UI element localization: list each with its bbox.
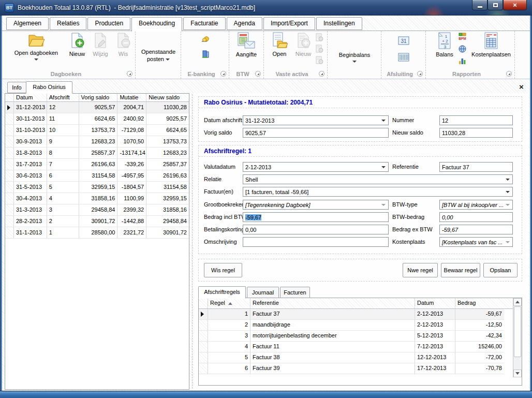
- statement-row[interactable]: 30-4-2013 4 31858,16 1100,99 32959,15: [5, 193, 189, 204]
- dialog-launcher-dagboeken[interactable]: [127, 71, 132, 77]
- statement-grid-header: Datum Afschrift Vorig saldo Mutatie Nieu…: [5, 94, 189, 102]
- statement-row[interactable]: 28-2-2013 2 30901,72 -1442,88 29458,84: [5, 216, 189, 227]
- statement-row[interactable]: 30-9-2013 9 12683,23 1070,50 13753,73: [5, 136, 189, 148]
- referentie-input[interactable]: Factuur 37: [439, 162, 513, 172]
- dialog-launcher-ebanking[interactable]: [220, 71, 226, 77]
- minimize-button[interactable]: [472, 0, 487, 10]
- dialog-launcher-afsluiting[interactable]: [417, 71, 423, 77]
- doc-tab-rabo-osirius[interactable]: Rabo Osirius: [26, 81, 72, 94]
- scroll-down-icon[interactable]: [513, 370, 522, 377]
- col-header-regel[interactable]: Regel: [208, 298, 250, 309]
- betalingskorting-label: Betalingskorting: [204, 226, 244, 233]
- statement-row[interactable]: 31-3-2013 3 29458,84 2399,32 31858,16: [5, 204, 189, 216]
- aangifte-button[interactable]: Aangifte: [231, 32, 261, 57]
- nieuw-dagboek-button[interactable]: Nieuw: [66, 32, 88, 57]
- betalen-coins-icon[interactable]: [201, 35, 210, 45]
- omschrijving-input[interactable]: [243, 237, 389, 247]
- icp-globe-icon[interactable]: [458, 45, 467, 54]
- detail-tab-afschriftregels[interactable]: Afschriftregels: [198, 286, 246, 299]
- bpm-report-icon[interactable]: BPM: [458, 33, 467, 42]
- line-row[interactable]: 2 maandbijdrage 2-12-2013 -12,50: [199, 320, 522, 331]
- scrollbar-thumb[interactable]: [514, 306, 521, 357]
- beginbalans-button[interactable]: Beginbalans: [329, 51, 380, 64]
- statement-editor-panel: Rabo Osirius - Mutatietotaal: 2004,71 Da…: [194, 93, 528, 390]
- facturen-combo[interactable]: [1 facturen, totaal -59,66]: [243, 187, 513, 197]
- statement-row[interactable]: 31-8-2013 8 25857,37 -13174,14 12683,23: [5, 148, 189, 159]
- nieuw-saldo-input[interactable]: 11030,28: [439, 128, 513, 138]
- kostenplaatsen-button[interactable]: Kostenplaatsen: [468, 32, 514, 57]
- line-row[interactable]: 3 motorrijtuigenbelasting december 5-12-…: [199, 331, 522, 342]
- col-header-datum[interactable]: Datum: [415, 298, 455, 309]
- relatie-combo[interactable]: Shell: [243, 174, 513, 184]
- col-header-nieuw-saldo[interactable]: Nieuw saldo: [146, 94, 189, 102]
- statement-row[interactable]: 30-11-2013 11 6624,65 2400,92 9025,57: [5, 113, 189, 125]
- line-row[interactable]: 6 Factuur 39 17-12-2013 -70,78: [199, 363, 522, 374]
- datum-afschrift-combo[interactable]: 31-12-2013: [243, 115, 389, 125]
- activa-dispose-icon: [315, 56, 324, 65]
- dialog-launcher-vaste-activa[interactable]: [319, 71, 324, 77]
- statement-row[interactable]: 31-1-2013 1 28580,00 2321,72 30901,72: [5, 227, 189, 239]
- detail-tab-journaal[interactable]: Journaal: [247, 287, 279, 298]
- statement-row[interactable]: 30-6-2013 6 31154,58 -4957,95 26196,63: [5, 170, 189, 182]
- bank-book-icon[interactable]: [201, 50, 210, 59]
- nwe-regel-button[interactable]: Nwe regel: [403, 263, 438, 277]
- openstaande-posten-button[interactable]: Openstaande posten: [137, 48, 180, 62]
- statement-row[interactable]: 31-10-2013 10 13753,73 -7129,08 6624,65: [5, 125, 189, 136]
- combo-arrow-icon: [506, 204, 510, 206]
- line-row[interactable]: 4 Factuur 11 7-12-2013 15246,00: [199, 342, 522, 352]
- tab-algemeen[interactable]: Algemeen: [6, 17, 49, 30]
- close-document-icon[interactable]: ×: [519, 83, 524, 91]
- tab-import-export[interactable]: Import/Export: [263, 17, 315, 30]
- doc-tab-info[interactable]: Info: [7, 82, 26, 93]
- col-header-afschrift[interactable]: Afschrift: [47, 94, 79, 102]
- vorig-saldo-input[interactable]: 9025,57: [243, 128, 389, 138]
- open-vaste-activa-button[interactable]: Open: [268, 32, 291, 57]
- col-header-vorig-saldo[interactable]: Vorig saldo: [79, 94, 118, 102]
- valutadatum-combo[interactable]: 2-12-2013: [243, 162, 389, 172]
- wis-regel-button[interactable]: Wis regel: [204, 263, 242, 277]
- splitter[interactable]: [192, 94, 193, 389]
- col-header-mutatie[interactable]: Mutatie: [117, 94, 146, 102]
- col-header-bedrag[interactable]: Bedrag: [455, 298, 513, 309]
- maximize-button[interactable]: [487, 0, 503, 10]
- dialog-launcher-btw[interactable]: [255, 71, 261, 77]
- nummer-input[interactable]: 12: [439, 115, 513, 125]
- scroll-up-icon[interactable]: [513, 298, 522, 306]
- dialog-launcher-rapporten[interactable]: [506, 71, 512, 77]
- maximize-icon: [493, 3, 498, 7]
- nieuw-saldo-label: Nieuw saldo: [392, 129, 423, 137]
- close-window-button[interactable]: ×: [503, 0, 527, 10]
- new-page-gray-icon: [295, 43, 312, 50]
- combo-arrow-icon: [381, 204, 386, 206]
- group-label-rapporten: Rapporten: [426, 71, 507, 77]
- col-header-referentie[interactable]: Referentie: [250, 298, 415, 309]
- dropdown-arrow-icon: [166, 58, 170, 61]
- line-row[interactable]: 5 Factuur 38 12-12-2013 -72,00: [199, 352, 522, 363]
- col-header-datum[interactable]: Datum: [14, 94, 47, 102]
- open-dagboeken-button[interactable]: Open dagboeken: [7, 32, 65, 62]
- balans-button[interactable]: 1+ 23 Balans: [432, 32, 457, 57]
- tab-instellingen[interactable]: Instellingen: [316, 17, 362, 30]
- statement-row[interactable]: 31-5-2013 5 32959,15 -1804,57 31154,58: [5, 182, 189, 193]
- btw-bedrag-input[interactable]: 0,00: [439, 212, 513, 222]
- line-row[interactable]: 1 Factuur 37 2-12-2013 -59,67: [199, 309, 522, 320]
- bewaar-regel-button[interactable]: Bewaar regel: [441, 263, 480, 277]
- vertical-scrollbar[interactable]: [513, 298, 522, 377]
- bedrag-incl-btw-input[interactable]: -59,67: [243, 212, 389, 222]
- tab-boekhouding[interactable]: Boekhouding: [131, 17, 182, 32]
- jaarafsluiting-calendar-icon[interactable]: 31: [398, 36, 409, 46]
- detail-tab-facturen[interactable]: Facturen: [280, 287, 310, 298]
- tab-agenda[interactable]: Agenda: [227, 17, 262, 30]
- vorig-saldo-label: Vorig saldo: [204, 129, 232, 137]
- tab-facturatie[interactable]: Facturatie: [183, 17, 225, 30]
- ribbon: Open dagboeken Nieuw Wijzig Wis Dagboeke…: [2, 31, 530, 79]
- opslaan-button[interactable]: Opslaan: [483, 263, 518, 277]
- statement-row[interactable]: 31-12-2013 12 9025,57 2004,71 11030,28: [5, 102, 189, 113]
- betalingskorting-input[interactable]: 0,00: [243, 225, 389, 234]
- grafiek-bar-chart-icon[interactable]: [458, 56, 467, 66]
- tab-relaties[interactable]: Relaties: [50, 17, 86, 30]
- tab-producten[interactable]: Producten: [87, 17, 130, 30]
- bedrag-ex-btw-input[interactable]: -59,67: [439, 225, 513, 234]
- periode-afsluiting-icon[interactable]: [398, 53, 409, 62]
- statement-row[interactable]: 31-7-2013 7 26196,63 -339,26 25857,37: [5, 159, 189, 170]
